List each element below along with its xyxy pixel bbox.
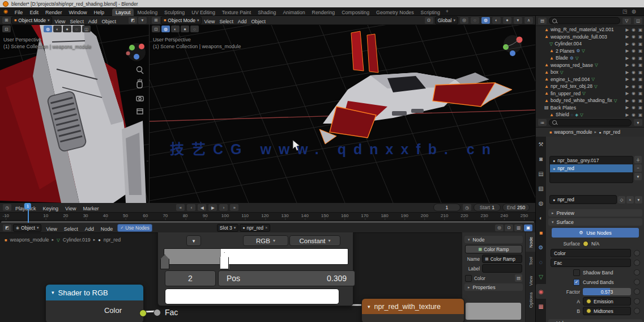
use-nodes-checkbox[interactable]: ✓Use Nodes	[117, 224, 152, 232]
properties-tab-world[interactable]: ◐	[536, 210, 546, 225]
outliner-row[interactable]: ▲fin_upper_red▽▶◉▣	[536, 90, 644, 98]
shading-rendered-icon[interactable]: ●	[503, 17, 511, 24]
tool-select-icon[interactable]: ◍	[161, 26, 170, 32]
add-workspace-button[interactable]: +	[446, 9, 449, 14]
tab-animation[interactable]: Animation	[279, 9, 308, 16]
specials-button[interactable]: ▾	[635, 196, 642, 204]
fake-user-button[interactable]: ◇	[618, 196, 625, 204]
tool-move-icon[interactable]: ●	[181, 26, 189, 32]
blender-menu-icon[interactable]: ◉	[3, 9, 8, 14]
shader-type-dropdown[interactable]: ◉ Object▾	[13, 224, 41, 232]
group-node-header[interactable]: ▾ npr_red_with_texture	[362, 299, 464, 314]
gizmo-toggle-icon[interactable]: ⊡	[2, 26, 11, 32]
material-slot-dropdown[interactable]: Slot 3▾	[217, 224, 239, 232]
proportional-edit-icon[interactable]: ◎	[460, 17, 468, 24]
outliner-row[interactable]: ▲2 Planes⚙▽▶◉▣	[536, 48, 644, 55]
outliner-row[interactable]: ▽Cylinder.004▶◉▣	[536, 40, 644, 48]
current-frame-field[interactable]: 1	[433, 204, 460, 211]
tab-geometry-nodes[interactable]: Geometry Nodes	[373, 9, 417, 16]
eye-icon[interactable]: ◉	[632, 48, 636, 53]
select-icon[interactable]: ▶	[626, 77, 629, 82]
viewport-menu[interactable]: View	[204, 19, 215, 24]
tab-rendering[interactable]: Rendering	[309, 9, 339, 16]
eye-icon[interactable]: ◉	[632, 91, 636, 96]
viewport-menu[interactable]: View	[54, 19, 65, 24]
camera-icon[interactable]: ▣	[638, 84, 642, 89]
material-datablock[interactable]: ● npr_red×	[240, 224, 270, 232]
viewport-menu[interactable]: Object	[251, 19, 266, 24]
outliner-row[interactable]: ▲engine_L_red.004▽▶◉▣	[536, 76, 644, 83]
playback-button-3[interactable]: ▶	[208, 204, 217, 211]
select-icon[interactable]: ▶	[626, 70, 629, 75]
mode-dropdown[interactable]: ■ Object Mode▾	[11, 16, 52, 24]
select-icon[interactable]: ▶	[626, 27, 629, 32]
frame-end-field[interactable]: End 250	[502, 204, 530, 211]
viewport-center[interactable]: ⊞ ■ Object Mode▾ ViewSelectAddObject Ω G…	[150, 16, 535, 203]
camera-icon[interactable]: ▣	[638, 48, 642, 53]
select-icon[interactable]: ▶	[626, 98, 629, 103]
tab-compositing[interactable]: Compositing	[338, 9, 373, 16]
outliner-row[interactable]: ▲Shield◌◈▽▶◉▣	[536, 111, 644, 118]
outliner-row[interactable]: ▲body_red_white_shading_fix▽▶◉▣	[536, 97, 644, 104]
mode-dropdown[interactable]: ■ Object Mode▾	[161, 16, 202, 24]
topbar-menu[interactable]: Render	[45, 10, 62, 15]
transform-orientation-dropdown[interactable]: Global▾	[435, 16, 458, 24]
animate-dot[interactable]	[634, 308, 640, 314]
color-output-socket[interactable]	[139, 310, 147, 317]
topbar-menu[interactable]: File	[15, 10, 23, 15]
camera-icon[interactable]: ▣	[638, 91, 642, 96]
factor-slider[interactable]: 0.573	[583, 288, 631, 295]
shader-menu[interactable]: View	[46, 226, 57, 232]
shading-dropdown-icon[interactable]: ▾	[514, 17, 522, 24]
camera-icon[interactable]: ▣	[638, 34, 642, 39]
camera-icon[interactable]: ▣	[638, 112, 642, 117]
animate-dot[interactable]	[634, 260, 640, 266]
colorramp-fac-input[interactable]: Fac	[153, 308, 178, 317]
eye-icon[interactable]: ◉	[632, 34, 636, 39]
select-icon[interactable]: ▶	[626, 105, 629, 110]
editor-type-icon[interactable]: ⊞	[152, 17, 160, 24]
properties-tab-tool[interactable]: ⚒	[536, 137, 546, 151]
properties-tab-object[interactable]: ■	[536, 225, 546, 240]
extensions-icon[interactable]: ◍	[632, 9, 636, 14]
outliner-row[interactable]: ▲Blade⚙▽▶◉▣	[536, 54, 644, 62]
shader-to-rgb-node[interactable]: ▾ Shader to RGB Color	[45, 284, 144, 322]
snap-magnet-icon[interactable]: Ω	[425, 17, 433, 24]
clock-icon[interactable]: ◷	[463, 204, 471, 211]
overlays-dropdown-icon[interactable]: ▾	[138, 17, 147, 24]
tab-texture-paint[interactable]: Texture Paint	[219, 9, 254, 16]
playhead-frame-label[interactable]: 1	[24, 203, 31, 209]
properties-editor-icon[interactable]: ≔	[538, 119, 547, 126]
colorramp-node[interactable]: ▾ RGB▾ Constant▾ 2 Pos 0.309	[157, 232, 353, 306]
eye-icon[interactable]: ◉	[632, 98, 636, 103]
tab-layout[interactable]: Layout	[112, 9, 134, 16]
surface-section[interactable]: ▾Surface	[548, 218, 642, 226]
camera-icon[interactable]: ▣	[638, 98, 642, 103]
properties-search-input[interactable]	[549, 119, 632, 126]
tab-uv-editing[interactable]: UV Editing	[188, 9, 219, 16]
colorramp-tools-dropdown[interactable]: ▾	[186, 235, 201, 246]
timeline-editor-icon[interactable]: ◷	[3, 204, 11, 211]
eye-icon[interactable]: ◉	[632, 105, 636, 110]
outliner-row[interactable]: ▲weapons_module_full.003▶◉▣	[536, 33, 644, 41]
viewport-left[interactable]: ⊞ ■ Object Mode▾ ViewSelectAddObject ◩ ▾…	[0, 16, 150, 203]
gizmo-toggle-icon[interactable]: ⊡	[152, 26, 160, 32]
tab-sculpting[interactable]: Sculpting	[161, 9, 188, 16]
collapse-icon[interactable]: ▾	[368, 304, 370, 310]
properties-tab-output[interactable]: ▤	[536, 166, 546, 181]
playback-button-5[interactable]: »	[230, 204, 238, 211]
select-icon[interactable]: ▶	[626, 56, 629, 61]
shader-menu[interactable]: Node	[101, 226, 113, 232]
material-slot[interactable]: ●npr_red	[550, 164, 633, 172]
overlay-icon[interactable]: ▥	[514, 224, 523, 231]
viewport-menu[interactable]: Add	[238, 19, 247, 24]
fac-input-field[interactable]: Fac	[551, 259, 631, 267]
playback-button-0[interactable]: «	[176, 204, 185, 211]
xray-toggle-icon[interactable]: ◫	[82, 26, 91, 32]
timeline-menu[interactable]: Marker	[83, 206, 99, 211]
properties-tab-material[interactable]: ◉	[536, 284, 546, 299]
select-icon[interactable]: ▶	[626, 41, 629, 46]
camera-icon[interactable]: ▣	[638, 56, 642, 61]
remove-slot-button[interactable]: −	[634, 164, 642, 172]
properties-options-icon[interactable]: ▾	[634, 119, 642, 126]
